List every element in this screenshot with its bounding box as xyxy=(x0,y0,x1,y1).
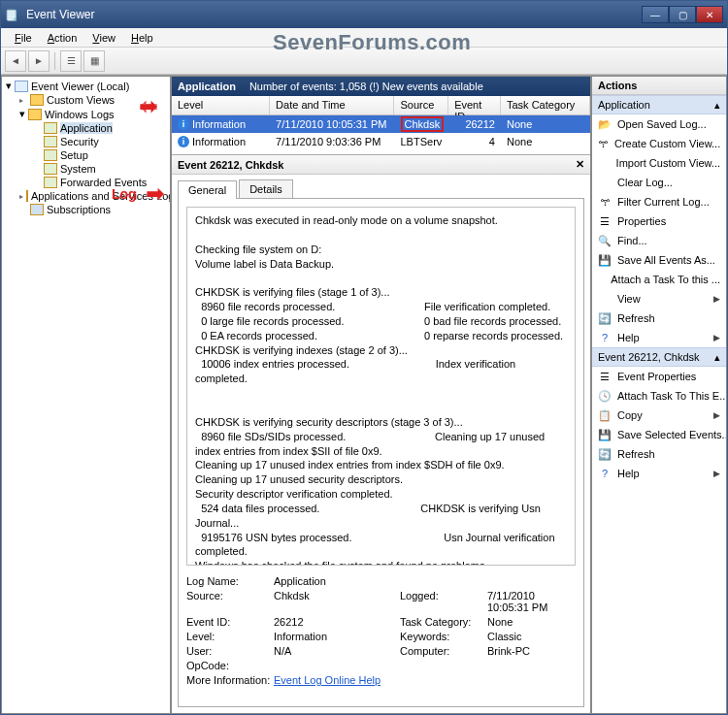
tree-system[interactable]: System xyxy=(33,162,168,176)
tree-security[interactable]: Security xyxy=(33,135,168,148)
toolbar-button-1[interactable]: ☰ xyxy=(60,50,82,72)
menu-help[interactable]: Help xyxy=(123,30,161,46)
refresh-icon: 🔄 xyxy=(598,447,612,461)
action-save-selected-events[interactable]: 💾Save Selected Events... xyxy=(592,425,726,444)
action-save-all-events[interactable]: 💾Save All Events As... xyxy=(592,250,726,270)
col-source[interactable]: Source xyxy=(394,96,448,114)
app-icon: 🗒️ xyxy=(5,7,20,22)
column-headers: Level Date and Time Source Event ID Task… xyxy=(172,96,590,115)
action-open-saved-log[interactable]: 📂Open Saved Log... xyxy=(592,114,726,134)
open-icon: 📂 xyxy=(598,117,612,131)
action-attach-task-event[interactable]: 🕓Attach Task To This E... xyxy=(592,386,726,406)
main-pane: Application Number of events: 1,058 (!) … xyxy=(171,76,591,714)
tab-details[interactable]: Details xyxy=(239,179,293,198)
col-level[interactable]: Level xyxy=(172,96,270,114)
actions-pane: Actions Application ▴ 📂Open Saved Log...… xyxy=(591,76,727,714)
action-view[interactable]: View▶ xyxy=(592,289,726,309)
chevron-right-icon: ▶ xyxy=(712,294,720,304)
action-help-2[interactable]: ?Help▶ xyxy=(592,464,726,483)
toolbar: ◄ ► ☰ ▦ xyxy=(1,48,727,75)
actions-section-application: Application ▴ xyxy=(592,95,726,114)
task-icon: 🕓 xyxy=(598,389,612,403)
window-title: Event Viewer xyxy=(26,8,642,21)
tree-apps-services[interactable]: Applications and Services Logs xyxy=(19,189,168,203)
action-refresh[interactable]: 🔄Refresh xyxy=(592,309,726,328)
properties-icon: ☰ xyxy=(598,370,612,383)
event-log-online-help-link[interactable]: Event Log Online Help xyxy=(274,674,381,686)
action-copy[interactable]: 📋Copy▶ xyxy=(592,406,726,425)
copy-icon: 📋 xyxy=(598,408,612,422)
refresh-icon: 🔄 xyxy=(598,311,612,325)
menu-action[interactable]: Action xyxy=(40,30,85,46)
tree-custom-views[interactable]: Custom Views xyxy=(19,93,168,107)
col-taskcat[interactable]: Task Category xyxy=(501,96,590,114)
titlebar: 🗒️ Event Viewer — ▢ ✕ xyxy=(1,1,727,28)
save-icon: 💾 xyxy=(598,253,612,267)
action-filter-current-log[interactable]: 🝖Filter Current Log... xyxy=(592,192,726,211)
detail-close-button[interactable]: ✕ xyxy=(576,158,584,171)
action-properties[interactable]: ☰Properties xyxy=(592,211,726,231)
action-help[interactable]: ?Help▶ xyxy=(592,328,726,347)
action-find[interactable]: 🔍Find... xyxy=(592,231,726,250)
chevron-right-icon: ▶ xyxy=(712,333,720,342)
menu-view[interactable]: View xyxy=(84,30,123,46)
navigation-tree-pane: Event Viewer (Local) Custom Views Window… xyxy=(1,76,171,714)
properties-icon: ☰ xyxy=(598,214,612,228)
find-icon: 🔍 xyxy=(598,234,612,247)
actions-section-event: Event 26212, Chkdsk ▴ xyxy=(592,347,726,367)
action-clear-log[interactable]: Clear Log... xyxy=(592,173,726,192)
detail-header: Event 26212, Chkdsk ✕ xyxy=(172,155,590,175)
help-icon: ? xyxy=(598,331,612,344)
event-log-text: Chkdsk was executed in read-only mode on… xyxy=(186,207,576,566)
forward-button[interactable]: ► xyxy=(28,50,50,72)
funnel-icon: 🝖 xyxy=(598,137,609,150)
filter-icon: 🝖 xyxy=(598,195,612,209)
chevron-right-icon: ▶ xyxy=(712,410,720,420)
event-row[interactable]: iInformation7/11/2010 9:03:36 PMLBTServ4… xyxy=(172,133,590,150)
tree-application[interactable]: Application xyxy=(33,121,168,135)
menu-file[interactable]: File xyxy=(7,30,40,46)
event-properties-grid: Log Name:Application Source:ChkdskLogged… xyxy=(186,575,576,686)
task-icon xyxy=(598,273,605,286)
action-event-properties[interactable]: ☰Event Properties xyxy=(592,367,726,386)
tree-root[interactable]: Event Viewer (Local) xyxy=(6,79,168,93)
maximize-button[interactable]: ▢ xyxy=(669,6,696,23)
tree-windows-logs[interactable]: Windows Logs xyxy=(19,107,168,121)
close-button[interactable]: ✕ xyxy=(696,6,723,23)
clear-icon xyxy=(598,176,612,189)
save-icon: 💾 xyxy=(598,428,612,441)
help-icon: ? xyxy=(598,467,612,480)
import-icon xyxy=(598,156,611,170)
chevron-right-icon: ▶ xyxy=(712,469,720,478)
tree-subscriptions[interactable]: Subscriptions xyxy=(19,203,168,216)
action-import-custom-view[interactable]: Import Custom View... xyxy=(592,153,726,173)
col-datetime[interactable]: Date and Time xyxy=(270,96,394,114)
toolbar-button-2[interactable]: ▦ xyxy=(83,50,105,72)
action-create-custom-view[interactable]: 🝖Create Custom View... xyxy=(592,134,726,153)
col-eventid[interactable]: Event ID xyxy=(448,96,501,114)
detail-content: Chkdsk was executed in read-only mode on… xyxy=(178,198,584,707)
tree-forwarded[interactable]: Forwarded Events xyxy=(33,176,168,189)
back-button[interactable]: ◄ xyxy=(5,50,26,72)
minimize-button[interactable]: — xyxy=(642,6,669,23)
actions-header: Actions xyxy=(592,77,726,95)
info-icon: i xyxy=(178,118,189,130)
tree-setup[interactable]: Setup xyxy=(33,148,168,162)
event-list: iInformation7/11/2010 10:05:31 PMChkdsk2… xyxy=(172,115,590,150)
info-icon: i xyxy=(178,136,189,147)
event-list-header: Application Number of events: 1,058 (!) … xyxy=(172,77,590,96)
menubar: File Action View Help xyxy=(1,28,727,48)
action-refresh-2[interactable]: 🔄Refresh xyxy=(592,444,726,464)
event-row[interactable]: iInformation7/11/2010 10:05:31 PMChkdsk2… xyxy=(172,115,590,133)
action-attach-task[interactable]: Attach a Task To this ... xyxy=(592,270,726,289)
tab-general[interactable]: General xyxy=(178,180,237,199)
